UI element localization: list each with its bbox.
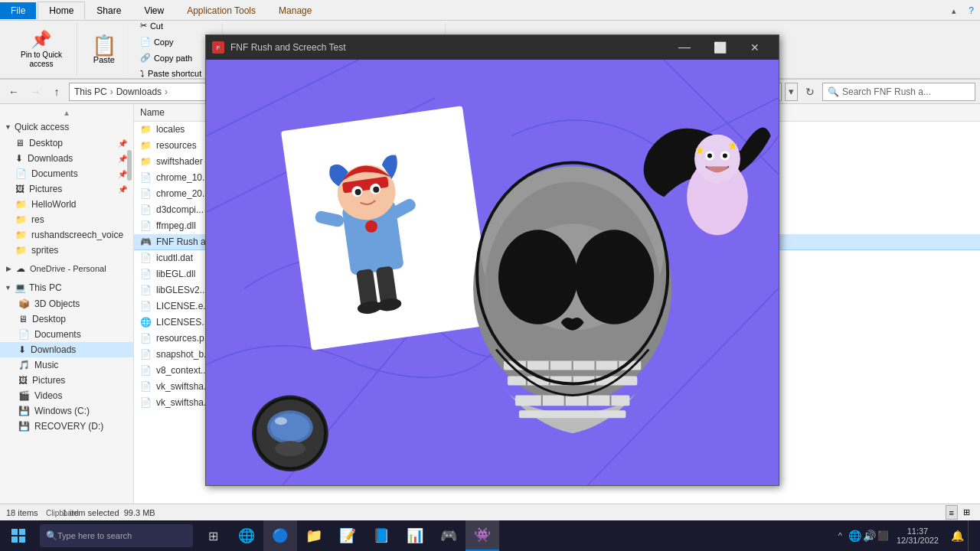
ppt-taskbar-btn[interactable]: 📊 bbox=[398, 520, 432, 551]
tab-manage[interactable]: Manage bbox=[267, 2, 323, 20]
details-view-btn[interactable]: ≡ bbox=[946, 505, 958, 520]
col-name-header[interactable]: Name bbox=[140, 107, 165, 118]
taskbar: 🔍 Type here to search ⊞ 🌐 🔵 📁 📝 📘 📊 🎮 👾 … bbox=[0, 520, 980, 551]
taskbar-date: 12/31/2022 bbox=[897, 536, 939, 545]
pin-icon2: 📌 bbox=[118, 155, 127, 163]
fnf-taskbar-icon: 👾 bbox=[474, 527, 491, 543]
sidebar-item-recovery-d[interactable]: 💾 RECOVERY (D:) bbox=[0, 419, 133, 434]
sidebar-item-rushandscreech[interactable]: 📁 rushandscreech_voice bbox=[0, 227, 133, 243]
paste-btn[interactable]: 📋 Paste bbox=[87, 31, 122, 68]
start-button[interactable] bbox=[0, 520, 37, 551]
status-bar: 18 items 1 item selected 99.3 MB ≡ ⊞ bbox=[0, 504, 980, 520]
refresh-btn[interactable]: ↻ bbox=[801, 83, 819, 101]
game-taskbar-btn[interactable]: 🎮 bbox=[432, 520, 466, 551]
fnf-maximize-btn[interactable]: ⬜ bbox=[702, 35, 737, 60]
breadcrumb-thispc[interactable]: This PC bbox=[74, 86, 107, 97]
music-icon: 🎵 bbox=[18, 360, 30, 370]
search-box[interactable]: 🔍 Search FNF Rush a... bbox=[822, 83, 975, 101]
file-icon-rpak: 📄 bbox=[140, 333, 152, 344]
pin-to-quick-access-btn[interactable]: 📌 Pin to Quickaccess bbox=[15, 26, 67, 72]
desktop-icon-pc: 🖥 bbox=[18, 314, 28, 324]
sidebar-item-pictures-quick[interactable]: 🖼 Pictures 📌 bbox=[0, 181, 133, 197]
file-icon-egl: 📄 bbox=[140, 269, 152, 279]
onedrive-chevron: ▶ bbox=[6, 265, 11, 272]
forward-btn[interactable]: → bbox=[26, 83, 44, 101]
tab-view[interactable]: View bbox=[132, 2, 175, 20]
edge-icon: 🌐 bbox=[238, 527, 255, 544]
explorer-taskbar-btn[interactable]: 📁 bbox=[297, 520, 331, 551]
fnf-minimize-btn[interactable]: — bbox=[667, 35, 702, 60]
sidebar-item-desktop-quick[interactable]: 🖥 Desktop 📌 bbox=[0, 135, 133, 151]
copy-btn[interactable]: 📄Copy bbox=[135, 34, 207, 49]
svg-point-57 bbox=[275, 441, 305, 456]
sidebar-item-videos[interactable]: 🎬 Videos bbox=[0, 388, 133, 403]
word-taskbar-btn[interactable]: 📘 bbox=[364, 520, 398, 551]
pictures-icon-pc: 🖼 bbox=[18, 375, 28, 386]
view-toggle: ≡ ⊞ bbox=[946, 505, 974, 520]
sidebar-item-music[interactable]: 🎵 Music bbox=[0, 357, 133, 373]
tray-show-hidden[interactable]: ^ bbox=[835, 531, 845, 540]
speaker-icon[interactable]: 🔊 bbox=[863, 530, 876, 542]
sidebar-item-downloads-thispc[interactable]: ⬇ Downloads bbox=[0, 342, 133, 357]
breadcrumb-downloads[interactable]: Downloads bbox=[116, 86, 162, 97]
sidebar-item-onedrive[interactable]: ▶ ☁ OneDrive - Personal bbox=[0, 261, 133, 276]
tab-share[interactable]: Share bbox=[85, 2, 132, 20]
svg-rect-39 bbox=[519, 410, 626, 418]
sidebar-item-windows-c[interactable]: 💾 Windows (C:) bbox=[0, 403, 133, 419]
network-icon[interactable]: 🌐 bbox=[848, 530, 861, 542]
fnf-app-icon: F bbox=[212, 41, 224, 54]
notification-center-btn[interactable]: 🔔 bbox=[946, 520, 968, 551]
edge-taskbar-btn[interactable]: 🌐 bbox=[230, 520, 263, 551]
svg-point-55 bbox=[275, 417, 287, 425]
ribbon-group-pin: 📌 Pin to Quickaccess bbox=[6, 23, 77, 77]
fnf-close-btn[interactable]: ✕ bbox=[737, 35, 773, 60]
file-icon-vk2: 📄 bbox=[140, 397, 152, 408]
copy-path-btn[interactable]: 🔗Copy path bbox=[135, 51, 207, 65]
folder-icon-resources: 📁 bbox=[140, 140, 152, 151]
file-icon-snap: 📄 bbox=[140, 349, 152, 360]
back-btn[interactable]: ← bbox=[5, 83, 23, 101]
file-icon-le: 📄 bbox=[140, 301, 152, 311]
search-placeholder: Search FNF Rush a... bbox=[842, 86, 931, 97]
pin-icon3: 📌 bbox=[118, 170, 127, 178]
dropdown-arrow-btn[interactable]: ▾ bbox=[785, 83, 798, 101]
taskbar-time-date[interactable]: 11:37 12/31/2022 bbox=[892, 527, 943, 545]
battery-icon[interactable]: ⬛ bbox=[877, 530, 889, 541]
show-desktop-btn[interactable] bbox=[968, 520, 974, 551]
sidebar-item-documents-quick[interactable]: 📄 Documents 📌 bbox=[0, 166, 133, 181]
sidebar-item-sprites[interactable]: 📁 sprites bbox=[0, 243, 133, 258]
tab-home[interactable]: Home bbox=[38, 2, 85, 20]
minimize-ribbon-btn[interactable]: ▴ bbox=[946, 5, 962, 18]
tiles-view-btn[interactable]: ⊞ bbox=[959, 505, 974, 520]
file-icon-gles: 📄 bbox=[140, 285, 152, 295]
sidebar-item-downloads-quick[interactable]: ⬇ Downloads 📌 bbox=[0, 151, 133, 166]
taskbar-search[interactable]: 🔍 Type here to search bbox=[40, 524, 193, 547]
svg-point-46 bbox=[694, 135, 740, 184]
folder-icon-locales: 📁 bbox=[140, 124, 152, 135]
taskview-icon: ⊞ bbox=[208, 529, 218, 543]
help-btn[interactable]: ? bbox=[962, 4, 980, 18]
svg-rect-59 bbox=[19, 529, 25, 535]
taskview-btn[interactable]: ⊞ bbox=[196, 520, 230, 551]
paste-shortcut-btn[interactable]: ⤵Paste shortcut bbox=[135, 67, 207, 80]
sidebar-scroll-up[interactable]: ▲ bbox=[0, 107, 133, 119]
drive-d-icon: 💾 bbox=[18, 421, 30, 432]
svg-rect-60 bbox=[11, 536, 18, 543]
up-btn[interactable]: ↑ bbox=[47, 83, 66, 101]
tab-application-tools[interactable]: Application Tools bbox=[175, 2, 267, 20]
cut-btn[interactable]: ✂Cut bbox=[135, 18, 207, 33]
notepad-taskbar-btn[interactable]: 📝 bbox=[331, 520, 364, 551]
sidebar-item-pictures-thispc[interactable]: 🖼 Pictures bbox=[0, 373, 133, 388]
fnf-taskbar-btn[interactable]: 👾 bbox=[466, 520, 499, 551]
sidebar-item-documents-thispc[interactable]: 📄 Documents bbox=[0, 327, 133, 342]
svg-point-26 bbox=[575, 230, 655, 324]
sidebar-item-desktop-thispc[interactable]: 🖥 Desktop bbox=[0, 311, 133, 327]
sidebar-section-thispc[interactable]: ▼ 💻 This PC bbox=[0, 279, 133, 296]
sidebar-section-quick-access[interactable]: ▼ Quick access bbox=[0, 119, 133, 135]
sidebar-item-res[interactable]: 📁 res bbox=[0, 212, 133, 227]
sidebar-item-helloworld[interactable]: 📁 HelloWorld bbox=[0, 197, 133, 212]
chrome-taskbar-btn[interactable]: 🔵 bbox=[263, 520, 297, 551]
sidebar-item-3dobjects[interactable]: 📦 3D Objects bbox=[0, 296, 133, 311]
svg-point-50 bbox=[723, 154, 727, 158]
tab-file[interactable]: File bbox=[0, 2, 36, 19]
